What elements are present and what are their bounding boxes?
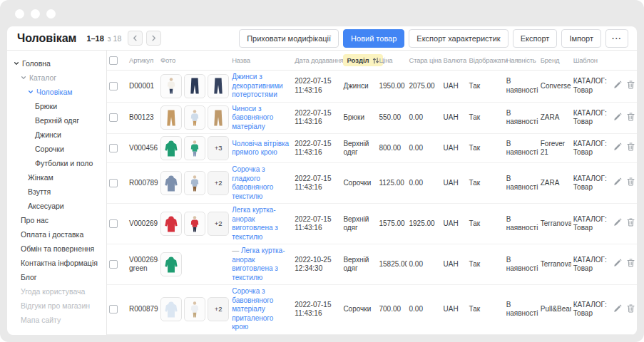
sidebar-item[interactable]: Головна [7,56,106,71]
delete-icon[interactable] [627,259,635,267]
sidebar-item[interactable]: Угода користувача [7,284,106,299]
delete-icon[interactable] [627,142,635,151]
products-table: Артикул Фото Назва Дата додавання Розділ… [107,51,637,335]
product-photo[interactable] [160,212,182,236]
column-header-section[interactable]: Розділ [341,51,377,71]
prev-page-button[interactable] [128,31,143,46]
sort-icon [372,57,379,64]
trash-glyph [627,304,635,313]
sidebar-item[interactable]: Сорочки [7,142,106,156]
sidebar-item[interactable]: Верхній одяг [7,113,106,128]
sidebar-item[interactable]: Брюки [7,99,106,113]
product-photo[interactable] [160,171,182,195]
product-name-link[interactable]: Сорочка з гладкого бавовняного текстилю [232,165,273,200]
sidebar-item[interactable]: Футболки и поло [7,156,106,170]
row-checkbox[interactable] [109,179,118,187]
row-checkbox[interactable] [109,219,118,228]
export-button[interactable]: Експорт [513,29,558,48]
edit-icon[interactable] [613,304,622,313]
column-header-name[interactable]: Назва [230,51,292,71]
product-name-link[interactable]: Легка куртка-анорак виготовлена з тексти… [232,206,278,241]
sidebar-item[interactable]: Оплата і доставка [7,227,106,242]
column-header-date[interactable]: Дата додавання [292,51,341,71]
more-photos-badge[interactable]: +3 [208,136,229,160]
product-photo[interactable] [208,105,229,130]
product-photo[interactable] [160,136,182,160]
brand-cell: Pull&Bear [538,285,571,335]
sidebar-item[interactable]: Взуття [7,185,106,199]
column-header-sku[interactable]: Артикул [127,51,158,71]
sidebar-item[interactable]: Чоловікам [7,85,106,99]
column-header-currency[interactable]: Валюта [441,51,467,71]
import-button[interactable]: Імпорт [561,29,601,48]
window-control-dot[interactable] [15,9,24,19]
export-characteristics-button[interactable]: Експорт характеристик [409,29,508,48]
template-cell: КАТАЛОГ: Товар [571,285,611,335]
edit-icon[interactable] [613,177,622,186]
select-all-checkbox[interactable] [109,56,118,65]
delete-icon[interactable] [627,304,635,313]
hide-modifications-button[interactable]: Приховати модифікації [239,29,339,48]
edit-icon[interactable] [613,113,622,121]
edit-icon[interactable] [613,142,622,151]
window-control-dot[interactable] [46,9,56,19]
product-name-link[interactable]: Сорочка з бавовняного матеріалу притален… [232,287,273,331]
delete-icon[interactable] [627,113,635,121]
column-header-display[interactable]: Відображати [467,51,504,71]
row-checkbox[interactable] [109,305,118,314]
product-name-link[interactable]: — Легка куртка-анорак виготовлена з текс… [232,247,285,281]
product-photo[interactable] [160,252,182,276]
edit-icon[interactable] [613,218,622,227]
old-price-cell: 0.00 [407,102,441,134]
sidebar-item-label: Блог [21,273,37,281]
row-checkbox[interactable] [109,113,118,122]
more-actions-button[interactable]: ··· [605,29,628,48]
window-control-dot[interactable] [31,9,40,19]
delete-icon[interactable] [627,218,635,227]
sidebar-item[interactable]: Джинси [7,128,106,142]
sidebar-item[interactable]: Каталог [7,71,106,85]
trash-glyph [627,81,635,89]
product-photo[interactable] [184,171,205,195]
product-photo[interactable] [160,74,182,98]
product-photo[interactable] [184,297,205,321]
delete-icon[interactable] [627,177,635,186]
product-photo[interactable] [184,136,205,160]
product-name-link[interactable]: Джинси з декоративними потертостями [232,73,282,98]
product-photo[interactable] [160,297,182,321]
column-header-price[interactable]: Ціна [377,51,407,71]
edit-icon[interactable] [613,81,622,89]
sidebar-item[interactable]: Контактна інформація [7,256,106,270]
new-product-button[interactable]: Новий товар [343,29,404,48]
sidebar-item[interactable]: Аксесуари [7,199,106,213]
more-photos-badge[interactable]: +2 [208,212,229,236]
delete-icon[interactable] [627,81,635,89]
row-checkbox[interactable] [109,260,118,269]
column-header-availability[interactable]: Наявність [504,51,538,71]
product-name-link[interactable]: Чоловіча вітрівка прямого крою [232,140,289,157]
column-header-brand[interactable]: Бренд [538,51,571,71]
sidebar-item[interactable]: Обмін та повернення [7,242,106,256]
product-photo[interactable] [160,105,182,130]
sidebar-item[interactable]: Жінкам [7,170,106,185]
product-photo[interactable] [184,105,205,130]
sidebar-item[interactable]: Мапа сайту [7,313,106,327]
edit-icon[interactable] [613,259,622,267]
column-header-template[interactable]: Шаблон [571,51,611,71]
more-photos-badge[interactable]: +2 [208,171,229,195]
row-checkbox[interactable] [109,144,118,152]
sidebar-item[interactable]: Відгуки про магазин [7,299,106,313]
sorted-column-highlight[interactable]: Розділ [343,54,382,66]
display-cell: Так [467,285,504,335]
product-name-link[interactable]: Чиноси з бавовняного матеріалу [232,105,273,130]
product-photo[interactable] [184,74,205,98]
next-page-button[interactable] [146,31,161,46]
product-photo[interactable] [208,74,229,98]
column-header-old-price[interactable]: Стара ціна [407,51,441,71]
sidebar-item[interactable]: Про нас [7,213,106,227]
row-checkbox[interactable] [109,82,118,90]
sidebar-item[interactable]: Блог [7,270,106,284]
display-cell: Так [467,102,504,134]
product-photo[interactable] [184,212,205,236]
more-photos-badge[interactable]: +2 [208,297,229,321]
